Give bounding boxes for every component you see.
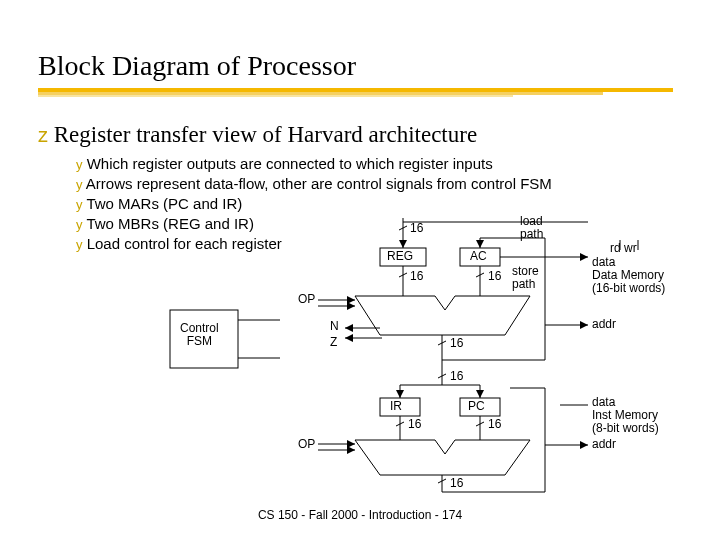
svg-marker-28 (347, 302, 355, 310)
svg-marker-21 (580, 253, 588, 261)
label-w16-pc: 16 (488, 418, 501, 431)
label-reg: REG (387, 250, 413, 263)
label-addr-upper: addr (592, 318, 616, 331)
label-load-path: load path (520, 215, 543, 241)
label-w16-top: 16 (410, 222, 423, 235)
diagram-svg (150, 210, 690, 500)
label-inst-memory: data Inst Memory (8-bit words) (592, 396, 659, 435)
svg-marker-19 (476, 240, 484, 248)
svg-marker-54 (580, 441, 588, 449)
label-n: N (330, 320, 339, 333)
bullet-main: z Register transfer view of Harvard arch… (38, 122, 477, 148)
label-pc: PC (468, 400, 485, 413)
slide: Block Diagram of Processor z Register tr… (0, 0, 720, 540)
label-w16-aluout: 16 (450, 337, 463, 350)
label-z: Z (330, 336, 337, 349)
label-op-lower: OP (298, 438, 315, 451)
bullet-sub-1: y Which register outputs are connected t… (76, 155, 493, 172)
label-w16-bot: 16 (450, 477, 463, 490)
page-title: Block Diagram of Processor (38, 50, 356, 82)
svg-marker-61 (580, 321, 588, 329)
processor-diagram: Control FSM OP N Z REG AC 16 16 16 16 lo… (150, 210, 690, 500)
label-rd-wr: rd wr (610, 242, 637, 255)
svg-marker-43 (355, 440, 530, 475)
label-ac: AC (470, 250, 487, 263)
label-data-memory: data Data Memory (16-bit words) (592, 256, 665, 295)
svg-marker-41 (476, 390, 484, 398)
label-addr-lower: addr (592, 438, 616, 451)
label-control-fsm: Control FSM (180, 322, 219, 348)
label-w16-mid: 16 (450, 370, 463, 383)
svg-marker-39 (396, 390, 404, 398)
svg-marker-32 (345, 334, 353, 342)
title-underline (38, 88, 673, 98)
bullet-sub-2: y Arrows represent data-flow, other are … (76, 175, 552, 192)
label-op-upper: OP (298, 293, 315, 306)
svg-marker-59 (347, 446, 355, 454)
bullet-main-text: Register transfer view of Harvard archit… (54, 122, 477, 147)
label-w16-reg: 16 (410, 270, 423, 283)
label-store-path: store path (512, 265, 539, 291)
label-w16-ac: 16 (488, 270, 501, 283)
svg-marker-11 (399, 240, 407, 248)
slide-footer: CS 150 - Fall 2000 - Introduction - 174 (0, 508, 720, 522)
svg-marker-30 (345, 324, 353, 332)
label-w16-ir: 16 (408, 418, 421, 431)
svg-marker-5 (355, 296, 530, 335)
label-ir: IR (390, 400, 402, 413)
